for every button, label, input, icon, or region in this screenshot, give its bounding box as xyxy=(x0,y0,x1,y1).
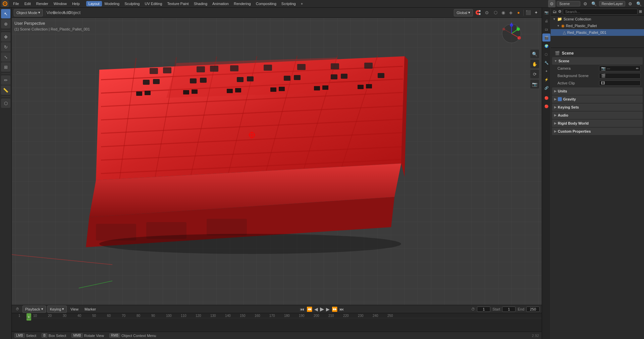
workspace-animation[interactable]: Animation xyxy=(210,1,231,6)
orbit-btn[interactable]: ⟳ xyxy=(530,70,539,78)
workspace-layout[interactable]: Layout xyxy=(86,1,102,6)
prop-tab-constraints[interactable]: 🔗 xyxy=(542,84,550,92)
tool-cursor[interactable]: ⊕ xyxy=(1,19,10,28)
tool-rotate[interactable]: ↻ xyxy=(1,42,10,52)
scene-section-header[interactable]: Scene xyxy=(552,57,643,65)
box-select-label: Box Select xyxy=(49,334,66,338)
workspace-rendering[interactable]: Rendering xyxy=(231,1,253,6)
workspace-modeling[interactable]: Modeling xyxy=(102,1,122,6)
keying-section-header[interactable]: Keying Sets xyxy=(552,104,643,111)
snap-icon[interactable]: 🧲 xyxy=(474,9,482,16)
camera-btn[interactable]: 📷 xyxy=(530,80,539,88)
svg-rect-30 xyxy=(331,63,339,69)
prop-tab-particles[interactable]: ✦ xyxy=(542,67,550,75)
zoom-in-btn[interactable]: 🔍 xyxy=(530,50,539,58)
gizmos-toggle[interactable]: ✦ xyxy=(532,9,540,16)
tool-transform[interactable]: ⊞ xyxy=(1,62,10,72)
current-frame-input[interactable] xyxy=(477,307,490,312)
scene-view-icon[interactable]: ⚙ xyxy=(548,0,555,7)
keying-menu[interactable]: Keying ▾ xyxy=(47,306,67,313)
timeline-type-icon[interactable]: ⏱ xyxy=(14,306,21,313)
outliner-item-scene-collection[interactable]: ▼ 📁 Scene Collection xyxy=(551,16,644,22)
global-selector[interactable]: Global ▾ xyxy=(454,9,473,16)
renderlayer-options-icon[interactable]: ⚙ xyxy=(627,0,634,7)
prop-tab-physics[interactable]: ⚡ xyxy=(542,75,550,83)
gravity-section-header[interactable]: Gravity xyxy=(552,95,643,103)
tool-add[interactable]: ⬡ xyxy=(1,98,10,108)
menu-edit[interactable]: Edit xyxy=(22,1,33,6)
step-back-btn[interactable]: ◀ xyxy=(314,307,319,312)
pan-btn[interactable]: ✋ xyxy=(530,60,539,68)
menu-help[interactable]: Help xyxy=(70,1,82,6)
menu-window[interactable]: Window xyxy=(51,1,69,6)
overlays-toggle[interactable]: ⬛ xyxy=(525,9,532,16)
prop-tab-world[interactable]: 🌍 xyxy=(542,42,550,50)
marker-menu[interactable]: Marker xyxy=(82,307,98,312)
bg-scene-value[interactable]: 🎬 xyxy=(599,73,641,79)
scene-options-icon[interactable]: ⚙ xyxy=(582,0,589,7)
jump-end-btn[interactable]: ⏭ xyxy=(339,307,345,312)
jump-start-btn[interactable]: ⏮ xyxy=(299,307,305,312)
audio-section-header[interactable]: Audio xyxy=(552,112,643,119)
camera-value[interactable]: 📷 — ✏ xyxy=(599,66,641,71)
rigid-body-section-header[interactable]: Rigid Body World xyxy=(552,120,643,127)
search-icon[interactable]: 🔍 xyxy=(590,0,598,7)
shading-rendered[interactable]: ● xyxy=(515,9,522,16)
custom-props-section-header[interactable]: Custom Properties xyxy=(552,128,643,135)
outliner-search[interactable] xyxy=(563,9,638,15)
render-layer[interactable]: RenderLayer xyxy=(599,1,625,6)
tool-measure[interactable]: 📏 xyxy=(1,85,10,95)
prop-tab-modifier[interactable]: 🔧 xyxy=(542,59,550,67)
prop-tab-object[interactable]: ⬡ xyxy=(542,50,550,58)
playback-menu[interactable]: Playback ▾ xyxy=(22,306,46,313)
menu-file[interactable]: File xyxy=(11,1,21,6)
jump-next-keyframe-btn[interactable]: ⏩ xyxy=(331,307,338,312)
workspace-shading[interactable]: Shading xyxy=(192,1,210,6)
prop-tab-scene[interactable]: 🎬 xyxy=(542,33,550,42)
workspace-add[interactable]: + xyxy=(299,1,305,6)
workspace-scripting[interactable]: Scripting xyxy=(279,1,298,6)
tool-annotate[interactable]: ✏ xyxy=(1,75,10,85)
play-btn[interactable]: ▶ xyxy=(319,307,325,312)
timeline-ruler[interactable]: 1 1 10 20 30 40 50 60 70 80 90 100 xyxy=(12,313,542,332)
prop-tab-output[interactable]: 🖨 xyxy=(542,17,550,25)
jump-prev-keyframe-btn[interactable]: ⏪ xyxy=(306,307,313,312)
workspace-compositing[interactable]: Compositing xyxy=(254,1,279,6)
start-frame-input[interactable] xyxy=(502,307,516,312)
select-menu[interactable]: Select xyxy=(55,9,62,16)
workspace-uv-editing[interactable]: UV Editing xyxy=(142,1,164,6)
tool-scale[interactable]: ⤡ xyxy=(1,52,10,62)
prop-tab-extra1[interactable]: 🔴 xyxy=(542,94,550,102)
nav-gizmo[interactable]: X Y Z xyxy=(500,22,523,45)
shading-solid[interactable]: ◉ xyxy=(499,9,507,16)
renderlayer-search-icon[interactable]: 🔍 xyxy=(635,0,643,7)
shading-material[interactable]: ◈ xyxy=(507,9,515,16)
menu-render[interactable]: Render xyxy=(34,1,51,6)
viewport-3d[interactable]: User Perspective (1) Scene Collection | … xyxy=(12,18,542,305)
viewport-right-buttons: 🔍 ✋ ⟳ 📷 xyxy=(530,50,539,88)
tool-select[interactable]: ↖ xyxy=(1,9,10,18)
blender-logo[interactable] xyxy=(1,0,9,7)
outliner-view-icon[interactable]: ⊞ xyxy=(639,9,642,14)
object-menu[interactable]: Object xyxy=(70,9,78,16)
active-clip-value[interactable]: 🎞 xyxy=(599,80,641,86)
outliner-filter-icon[interactable]: ⚙ xyxy=(558,9,561,14)
prop-tab-render[interactable]: 📷 xyxy=(542,8,550,16)
proportional-edit[interactable]: ⊙ xyxy=(483,9,490,16)
view-menu-timeline[interactable]: View xyxy=(68,307,81,312)
outliner-item-pallet-001[interactable]: △ Red_Plastic_Pallet_001 xyxy=(551,29,644,36)
prop-tab-extra2[interactable]: 🔴 xyxy=(542,102,550,110)
gravity-checkbox[interactable] xyxy=(558,97,562,101)
tool-move[interactable]: ✥ xyxy=(1,32,10,42)
units-section-header[interactable]: Units xyxy=(552,87,643,95)
workspace-texture-paint[interactable]: Texture Paint xyxy=(165,1,191,6)
object-mode-selector[interactable]: Object Mode ▾ xyxy=(14,9,43,16)
step-forward-btn[interactable]: ▶ xyxy=(325,307,330,312)
scene-name[interactable]: Scene xyxy=(557,1,580,6)
end-frame-input[interactable] xyxy=(526,307,540,312)
outliner-item-red-pallet[interactable]: ▼ ◉ Red_Plastic_Pallet xyxy=(551,22,644,29)
workspace-sculpting[interactable]: Sculpting xyxy=(122,1,142,6)
shading-wireframe[interactable]: ⬡ xyxy=(492,9,499,16)
prop-tab-view-layer[interactable]: 🗂 xyxy=(542,25,550,33)
camera-edit-icon[interactable]: ✏ xyxy=(636,67,639,70)
